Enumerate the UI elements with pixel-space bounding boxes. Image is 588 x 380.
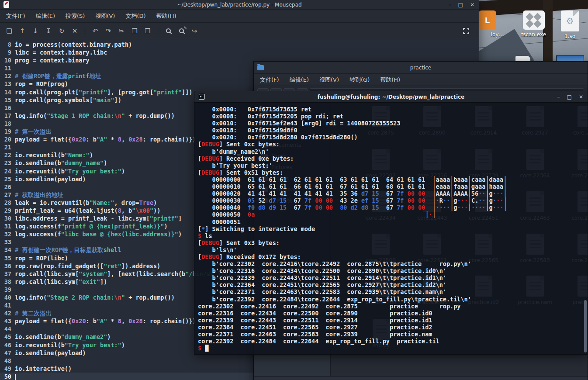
terminal-line: [DEBUG] Received 0xe bytes: [198, 155, 588, 162]
terminal-line: [*] Switching to interactive mode [198, 225, 588, 232]
maximize-button[interactable]: □ [567, 94, 572, 100]
close-button[interactable]: ✕ [579, 94, 583, 100]
gear-icon: ⚙ [566, 16, 574, 26]
minimize-button[interactable]: – [449, 2, 451, 8]
terminal-output[interactable]: 0x0000: 0x7f6715d73635 ret 0x0008: 0x7f6… [194, 103, 588, 354]
copy-button[interactable]: ❐ [128, 25, 141, 37]
terminal-cursor: █ [205, 345, 208, 352]
fullscreen-button[interactable] [460, 25, 473, 37]
terminal-line: 0x0018: 0x7f6715d9d8f0 [198, 127, 588, 134]
line-number: 31 [0, 222, 11, 230]
mousepad-toolbar: ❏↑↓↧↻✕↶↷✂❐❒✎↪ [0, 23, 479, 39]
reload-button[interactable]: ↻ [55, 25, 68, 37]
line-number: 29 [0, 207, 11, 214]
terminal-line: 0x0020: 0x7f6715d8d280 0x7f6715d8d280() [198, 134, 588, 141]
desktop-icon-1-so[interactable]: ⚙ 1.so [552, 10, 588, 39]
fullscreen-icon [463, 28, 469, 34]
cut-button[interactable]: ✂ [115, 25, 128, 37]
line-number: 47 [0, 349, 11, 357]
fm-menu-item-3[interactable]: 转到(G) [345, 74, 374, 86]
line-number: 48 [0, 357, 11, 365]
code-line: 9libc = context.binary.libc [0, 48, 479, 56]
line-number: 35 [0, 254, 11, 262]
fm-menu-item-4[interactable]: 帮助(H) [376, 74, 405, 86]
line-number: 34 [0, 246, 11, 254]
menu-item-3[interactable]: 视图(V) [91, 10, 119, 22]
close-button[interactable]: ✕ [470, 2, 474, 8]
text-cursor [15, 374, 16, 380]
desktop-icon-label: 1.so [564, 33, 575, 39]
exe-file-icon [523, 10, 545, 30]
terminal-line: 0x0008: 0x7f6715d75205 pop rdi; ret [198, 113, 588, 120]
line-number: 9 [0, 48, 11, 56]
line-number: 38 [0, 278, 11, 286]
file-manager-menubar: 文件(F)编辑(E)视图(V)转到(G)帮助(H) [254, 74, 588, 86]
terminal-line: [DEBUG] Sent 0x3 bytes: [198, 239, 588, 246]
line-number: 45 [0, 333, 11, 341]
fm-menu-item-0[interactable]: 文件(F) [256, 74, 284, 86]
terminal-line: core.22302 core.22416 core.22492 core.28… [198, 303, 588, 310]
line-number: 30 [0, 214, 11, 222]
close-file-button[interactable]: ✕ [68, 25, 81, 37]
paste-button[interactable]: ❒ [141, 25, 154, 37]
minimize-button[interactable]: – [557, 94, 560, 100]
save-file-button[interactable]: ↓ [29, 25, 42, 37]
open-file-button[interactable]: ↑ [16, 25, 29, 37]
desktop-icon-fscan-exe[interactable]: fscan.exe [515, 10, 552, 39]
menu-item-5[interactable]: 帮助(H) [152, 10, 181, 22]
line-number: 27 [0, 191, 11, 199]
toolbar-separator [85, 27, 85, 35]
line-number: 8 [0, 41, 11, 48]
line-number: 22 [0, 151, 11, 159]
terminal-line: 00000010 65 61 61 61 66 61 61 61 67 61 6… [198, 183, 588, 190]
line-number: 43 [0, 317, 11, 325]
desktop-icon-label: fscan.exe [521, 31, 546, 38]
line-number: 26 [0, 183, 11, 191]
line-number: 10 [0, 56, 11, 64]
mousepad-titlebar[interactable]: ~/Desktop/pwn_lab/practice/rop.py - Mous… [0, 0, 479, 10]
line-number: 13 [0, 80, 11, 88]
redo-button[interactable]: ↷ [102, 25, 115, 37]
terminal-line: core.22339 core.22443 core.22511 core.29… [198, 317, 588, 324]
terminal-line: b'core.22302 core.22416\tcore.22492 core… [198, 260, 588, 267]
terminal-scrollbar[interactable] [584, 300, 587, 352]
terminal-line: b'ls\n' [198, 246, 588, 253]
fm-menu-item-2[interactable]: 视图(V) [315, 74, 343, 86]
menu-item-1[interactable]: 编辑(E) [31, 10, 59, 22]
terminal-line: 00000020 41 41 41 41 41 41 41 41 35 36 d… [198, 190, 588, 197]
terminal-titlebar[interactable]: ▸_ fushuling@fushuling: ~/Desktop/pwn_la… [194, 91, 588, 103]
terminal-window: ▸_ fushuling@fushuling: ~/Desktop/pwn_la… [194, 91, 588, 355]
terminal-line: $ ls [198, 232, 588, 239]
line-number: 44 [0, 325, 11, 333]
save-as-button[interactable]: ↧ [42, 25, 55, 37]
line-number: 40 [0, 294, 11, 301]
new-file-button[interactable]: ❏ [3, 25, 16, 37]
fm-menu-item-1[interactable]: 编辑(E) [285, 74, 313, 86]
terminal-line: 00000040 f0 d8 d9 15 67 7f 00 00 80 d2 d… [198, 204, 588, 211]
line-number: 23 [0, 159, 11, 167]
desktop-icon-app[interactable]: L loy… [479, 10, 515, 39]
maximize-button[interactable]: □ [458, 2, 463, 8]
terminal-line: b'Try your best:' [198, 162, 588, 169]
menu-item-0[interactable]: 文件(F) [2, 10, 30, 22]
line-number: 19 [0, 128, 11, 135]
menu-item-2[interactable]: 搜索(S) [61, 10, 89, 22]
mousepad-menubar: 文件(F)编辑(E)搜索(S)视图(V)文档(D)帮助(H) [0, 10, 479, 23]
menu-item-4[interactable]: 文档(D) [121, 10, 150, 22]
undo-button[interactable]: ↶ [89, 25, 102, 37]
find-button[interactable] [162, 25, 175, 37]
terminal-line: 00000030 05 52 d7 15 67 7f 00 00 43 2e e… [198, 197, 588, 204]
code-line: 8io = process(context.binary.path) [0, 41, 479, 48]
go-to-button[interactable]: ↪ [188, 25, 201, 37]
line-number: 15 [0, 96, 11, 104]
line-number: 17 [0, 112, 11, 120]
search-icon [166, 28, 171, 33]
terminal-line: core.22371 core.22463 core.22583 core.29… [198, 331, 588, 338]
file-manager-titlebar[interactable]: practice [254, 62, 588, 74]
terminal-line: b'core.22316 core.22434\tcore.22500 core… [198, 267, 588, 274]
terminal-line: 0x0010: 0x7f6715ef2e43 [arg0] rdi = 1400… [198, 120, 588, 127]
line-number: 36 [0, 262, 11, 270]
find-replace-button[interactable]: ✎ [175, 25, 188, 37]
file-manager-title: practice [254, 65, 588, 71]
terminal-line: core.22316 core.22434 core.22500 core.28… [198, 310, 588, 317]
